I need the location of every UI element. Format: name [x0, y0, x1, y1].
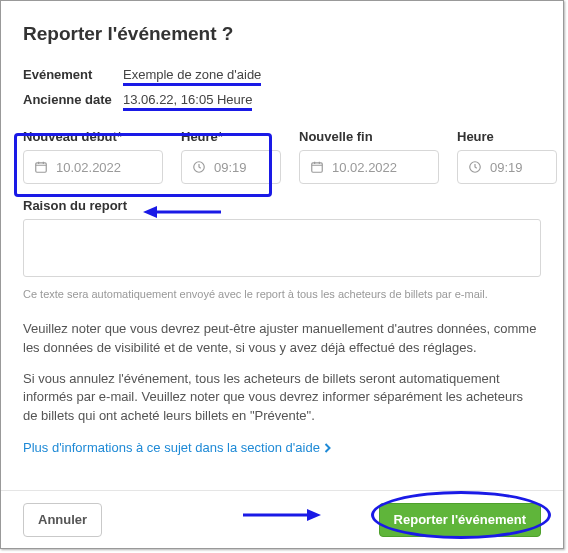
dialog-footer: Annuler Reporter l'événement	[1, 490, 563, 548]
datetime-grid: Nouveau début* Heure* Nouvelle fin Heure…	[23, 129, 541, 184]
reason-input[interactable]	[23, 219, 541, 277]
event-value: Exemple de zone d'aide	[123, 67, 261, 86]
new-start-hour-value: 09:19	[214, 160, 247, 175]
reason-label: Raison du report	[23, 198, 541, 213]
event-meta: Evénement Exemple de zone d'aide Ancienn…	[23, 67, 541, 111]
clock-icon	[192, 160, 206, 174]
new-end-hour-label: Heure	[457, 129, 557, 144]
old-date-value: 13.06.22, 16:05 Heure	[123, 92, 252, 111]
cancel-button-label: Annuler	[38, 512, 87, 527]
svg-rect-2	[312, 163, 323, 172]
new-start-label: Nouveau début*	[23, 129, 163, 144]
info-paragraph-1: Veuillez noter que vous devrez peut-être…	[23, 320, 541, 358]
new-start-date-input[interactable]: 10.02.2022	[23, 150, 163, 184]
dialog-title: Reporter l'événement ?	[23, 23, 541, 45]
old-date-label: Ancienne date	[23, 92, 123, 107]
cancel-button[interactable]: Annuler	[23, 503, 102, 537]
help-link[interactable]: Plus d'informations à ce sujet dans la s…	[23, 440, 331, 455]
new-end-hour-input[interactable]: 09:19	[457, 150, 557, 184]
calendar-icon	[34, 160, 48, 174]
new-end-label: Nouvelle fin	[299, 129, 439, 144]
submit-button[interactable]: Reporter l'événement	[379, 503, 541, 537]
submit-button-label: Reporter l'événement	[394, 512, 526, 527]
new-start-hour-input[interactable]: 09:19	[181, 150, 281, 184]
chevron-right-icon	[324, 443, 331, 453]
reason-helper: Ce texte sera automatiquement envoyé ave…	[23, 287, 541, 302]
new-end-hour-value: 09:19	[490, 160, 523, 175]
svg-rect-0	[36, 163, 47, 172]
new-start-hour-label: Heure*	[181, 129, 281, 144]
info-paragraph-2: Si vous annulez l'événement, tous les ac…	[23, 370, 541, 427]
new-end-date-input[interactable]: 10.02.2022	[299, 150, 439, 184]
postpone-event-dialog: Reporter l'événement ? Evénement Exemple…	[0, 0, 564, 549]
help-link-text: Plus d'informations à ce sujet dans la s…	[23, 440, 320, 455]
event-label: Evénement	[23, 67, 123, 82]
new-start-date-value: 10.02.2022	[56, 160, 121, 175]
calendar-icon	[310, 160, 324, 174]
clock-icon	[468, 160, 482, 174]
new-end-date-value: 10.02.2022	[332, 160, 397, 175]
